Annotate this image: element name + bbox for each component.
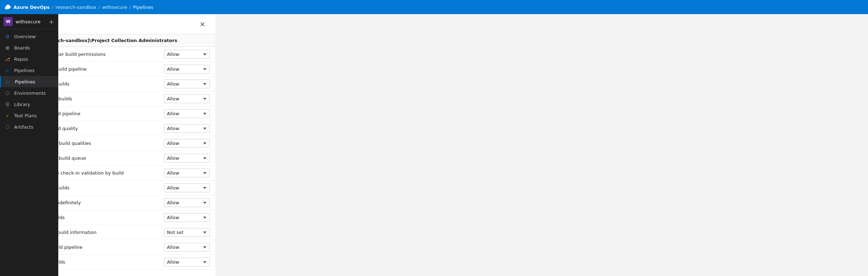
permission-label: Edit build quality <box>58 126 164 131</box>
permission-label: Manage build qualities <box>58 141 164 146</box>
permission-row-9: Queue builds Not setAllowDeny <box>58 181 215 195</box>
panel-body: 🔍 ▾ Azure DevOps Groups PA P <box>58 34 215 276</box>
panel-close-button[interactable]: × <box>197 19 208 29</box>
library-icon: ☰ <box>4 101 11 107</box>
topbar-sep2: / <box>99 5 100 10</box>
permission-select[interactable]: Not setAllowDeny <box>164 94 210 103</box>
sidebar-item-label: Pipelines <box>14 68 35 73</box>
sidebar-item-label: Pipelines <box>15 79 35 84</box>
permission-label: Override check-in validation by build <box>58 170 164 176</box>
permission-select[interactable]: Not setAllowDeny <box>164 50 210 59</box>
permission-label: Update build information <box>58 230 164 235</box>
permission-row-3: Destroy builds Not setAllowDeny <box>58 92 215 106</box>
permission-row-10: Retain indefinitely Not setAllowDeny <box>58 195 215 210</box>
sidebar-item-pipelines1[interactable]: ▷ Pipelines <box>0 65 58 76</box>
sidebar-item-label: Overview <box>14 34 36 39</box>
org-name: withsecure <box>16 19 41 24</box>
sidebar-item-label: Boards <box>14 45 30 51</box>
permission-row-4: Edit build pipeline Not setAllowDeny <box>58 106 215 121</box>
permission-select[interactable]: Not setAllowDeny <box>164 139 210 148</box>
sidebar-item-testplans[interactable]: ✓ Test Plans <box>0 110 58 121</box>
azure-devops-logo <box>4 4 11 11</box>
permissions-panel: Permissions for withsecure × 🔍 <box>58 14 215 276</box>
boards-icon: ⊞ <box>4 45 11 51</box>
permission-label: Administer build permissions <box>58 52 164 57</box>
main-area: Pipelines Recent All Runs Recently run p… <box>58 14 215 276</box>
org-avatar: W <box>4 17 13 26</box>
permission-label: Delete build pipeline <box>58 66 164 72</box>
permission-label: Delete builds <box>58 81 164 87</box>
permission-row-0: Administer build permissions Not setAllo… <box>58 47 215 62</box>
permission-label: View builds <box>58 259 164 265</box>
sidebar-item-repos[interactable]: ⎇ Repos <box>0 53 58 65</box>
repos-icon: ⎇ <box>4 56 11 62</box>
sidebar-item-library[interactable]: ☰ Library <box>0 99 58 110</box>
topbar-crumb-org[interactable]: research-sandbox <box>55 5 96 10</box>
permission-label: Retain indefinitely <box>58 200 164 205</box>
permission-select[interactable]: Not setAllowDeny <box>164 243 210 252</box>
permission-row-7: Manage build queue Not setAllowDeny <box>58 151 215 166</box>
permissions-pane: [research-sandbox]\Project Collection Ad… <box>58 34 215 276</box>
sidebar-item-artifacts[interactable]: ⬡ Artifacts <box>0 121 58 133</box>
selected-group-title: [research-sandbox]\Project Collection Ad… <box>58 34 215 47</box>
permission-row-2: Delete builds Not setAllowDeny <box>58 77 215 92</box>
topbar-sep1: / <box>52 5 53 10</box>
permission-row-12: Update build information Not setAllowDen… <box>58 225 215 240</box>
sidebar-item-label: Artifacts <box>14 124 34 130</box>
artifacts-icon: ⬡ <box>4 124 11 130</box>
permission-select[interactable]: Not setAllowDeny <box>164 213 210 222</box>
permission-select[interactable]: Not setAllowDeny <box>164 154 210 163</box>
permission-select[interactable]: Not setAllowDeny <box>164 65 210 74</box>
sidebar-nav: ⊙ Overview ⊞ Boards ⎇ Repos ▷ Pipelines … <box>0 29 58 276</box>
sidebar-item-overview[interactable]: ⊙ Overview <box>0 31 58 42</box>
permission-label: Edit build pipeline <box>58 111 164 116</box>
permission-select[interactable]: Not setAllowDeny <box>164 124 210 133</box>
permission-select[interactable]: Not setAllowDeny <box>164 183 210 192</box>
permission-select[interactable]: Not setAllowDeny <box>164 228 210 237</box>
sidebar-item-boards[interactable]: ⊞ Boards <box>0 42 58 53</box>
sidebar-item-label: Environments <box>14 90 46 96</box>
permission-row-6: Manage build qualities Not setAllowDeny <box>58 136 215 151</box>
permission-row-11: Stop builds Not setAllowDeny <box>58 210 215 225</box>
panel-header: Permissions for withsecure × <box>58 14 215 34</box>
sidebar-item-pipelines2[interactable]: ▷ Pipelines <box>0 76 58 87</box>
permission-select[interactable]: Not setAllowDeny <box>164 80 210 88</box>
testplans-icon: ✓ <box>4 112 11 119</box>
permission-row-5: Edit build quality Not setAllowDeny <box>58 121 215 136</box>
permission-row-14: View builds Not setAllowDeny <box>58 255 215 270</box>
permission-label: Destroy builds <box>58 96 164 101</box>
pipelines1-icon: ▷ <box>4 67 11 74</box>
sidebar: W withsecure + ⊙ Overview ⊞ Boards ⎇ Rep… <box>0 14 58 276</box>
sidebar-item-label: Library <box>14 102 30 107</box>
topbar-crumb-project[interactable]: withsecure <box>102 5 127 10</box>
permission-select[interactable]: Not setAllowDeny <box>164 109 210 118</box>
permission-label: Queue builds <box>58 185 164 190</box>
permission-select[interactable]: Not setAllowDeny <box>164 258 210 266</box>
sidebar-item-label: Test Plans <box>14 113 37 118</box>
sidebar-item-label: Repos <box>14 57 28 62</box>
permission-label: View build pipeline <box>58 245 164 250</box>
topbar-crumb-page[interactable]: Pipelines <box>133 5 153 10</box>
permission-label: Manage build queue <box>58 155 164 161</box>
permission-row-8: Override check-in validation by build No… <box>58 166 215 181</box>
environments-icon: ⬡ <box>4 90 11 96</box>
sidebar-header: W withsecure + <box>0 14 58 29</box>
add-project-button[interactable]: + <box>48 18 55 25</box>
permission-row-1: Delete build pipeline Not setAllowDeny <box>58 62 215 77</box>
permission-row-13: View build pipeline Not setAllowDeny <box>58 240 215 255</box>
permission-label: Stop builds <box>58 215 164 220</box>
permission-select[interactable]: Not setAllowDeny <box>164 198 210 207</box>
overview-icon: ⊙ <box>4 33 11 40</box>
topbar-sep3: / <box>129 5 131 10</box>
permission-select[interactable]: Not setAllowDeny <box>164 169 210 177</box>
pipelines2-icon: ▷ <box>5 78 11 85</box>
topbar-brand: Azure DevOps <box>13 5 50 10</box>
sidebar-item-environments[interactable]: ⬡ Environments <box>0 87 58 99</box>
